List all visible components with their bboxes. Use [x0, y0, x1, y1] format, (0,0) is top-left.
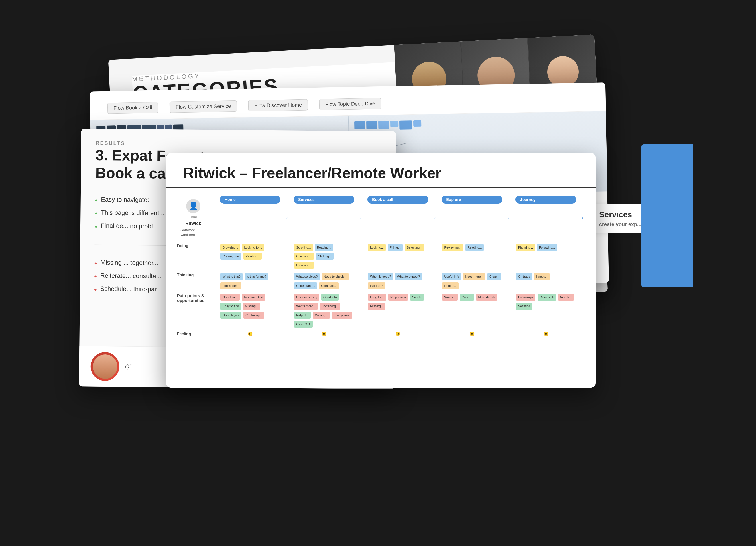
pain-explore: Wants... Good... More details: [439, 291, 505, 330]
journey-title: Ritwick – Freelancer/Remote Worker: [183, 164, 578, 182]
pain-row: Pain points & opportunities Not clear...…: [175, 291, 587, 330]
feeling-a3: [431, 330, 439, 338]
arrow-1: ›: [283, 194, 291, 242]
phase-book: Book a call: [365, 194, 431, 242]
pain-journey-end: Follow-up? Clear path Needs... Satisfied: [513, 291, 578, 330]
arrow-5: ›: [578, 194, 587, 242]
journey-body: 👤 User Ritwick Software Engineer Home ›: [166, 188, 596, 344]
services-label: Services: [599, 210, 641, 219]
scene: METHODOLOGY CATEGORIES Data Collection..…: [63, 30, 693, 517]
bullet-icon: •: [95, 259, 97, 267]
user-avatar: 👤: [186, 199, 200, 213]
doing-services-stickies: Scrolling... Reading... Checking... Clic…: [294, 243, 354, 269]
pain-journey-stickies: Follow-up? Clear path Needs... Satisfied: [515, 293, 576, 310]
pain-spacer: [212, 291, 218, 330]
doing-explore-stickies: Reviewing... Reading...: [442, 243, 502, 251]
arrow-3: ›: [431, 194, 439, 242]
feeling-label: Feeling: [175, 330, 212, 338]
thinking-home: What is this? Is this for me? Looks clea…: [218, 271, 283, 291]
bullet-icon: •: [94, 285, 97, 293]
user-persona: 👤 User Ritwick Software Engineer: [178, 196, 209, 239]
feeling-a4: [505, 330, 513, 338]
thinking-journey-end: On track Happy...: [513, 271, 578, 291]
user-label: User: [189, 215, 197, 219]
doing-a1: [283, 242, 291, 271]
feeling-row: Feeling 🙂 🙂 🙂 🙂 🙂: [175, 330, 587, 338]
phase-home-btn: Home: [220, 196, 280, 204]
doing-end: [578, 242, 587, 271]
results-item-text: This page is different...: [101, 209, 164, 217]
thinking-a4: [505, 271, 513, 291]
create-text: create your exp...: [599, 222, 641, 228]
quote-text: Q"...: [125, 363, 136, 370]
pain-services-stickies: Unclear pricing Good info Wants more... …: [294, 293, 354, 328]
doing-spacer: [212, 242, 218, 271]
phase-book-btn[interactable]: Book a call: [367, 196, 428, 204]
thinking-services: What services? Need to check... Understa…: [291, 271, 357, 291]
pain-home-stickies: Not clear... Too much text Easy to find …: [220, 293, 280, 319]
arrow-4: ›: [505, 194, 513, 242]
bullet-icon: •: [95, 196, 98, 204]
feeling-journey-emoji: 🙂: [513, 330, 578, 338]
pain-book: Long form No preview Simple Missing...: [365, 291, 431, 330]
results-item-text: Easy to navigate:: [101, 196, 149, 203]
blue-sidebar: [641, 144, 693, 287]
doing-a4: [505, 242, 513, 271]
feeling-book-emoji: 🙂: [365, 330, 431, 338]
pain-explore-stickies: Wants... Good... More details: [442, 293, 502, 301]
user-name: Ritwick: [185, 221, 201, 226]
flow-tag-3: Flow Discover Home: [248, 99, 308, 111]
doing-label: Doing: [175, 242, 212, 271]
journey-header: Ritwick – Freelancer/Remote Worker: [166, 153, 596, 188]
flow-tag-1: Flow Book a Call: [107, 102, 158, 114]
thinking-end: [578, 271, 587, 291]
pain-a1: [283, 291, 291, 330]
phase-services-btn[interactable]: Services: [294, 196, 354, 204]
journey-table: 👤 User Ritwick Software Engineer Home ›: [175, 194, 587, 338]
doing-home-stickies: Browsing... Looking for... Clicking nav …: [220, 243, 280, 261]
thinking-a3: [431, 271, 439, 291]
thinking-book: When is good? What to expect? Is it free…: [365, 271, 431, 291]
thinking-label: Thinking: [175, 271, 212, 291]
feeling-services-emoji: 🙂: [291, 330, 357, 338]
user-role: Software Engineer: [180, 228, 206, 236]
feeling-a1: [283, 330, 291, 338]
results-item-text: Schedule... third-par...: [100, 285, 162, 293]
bullet-icon: •: [94, 272, 97, 280]
thinking-a1: [283, 271, 291, 291]
feeling-a2: [357, 330, 365, 338]
card-journey: Ritwick – Freelancer/Remote Worker 👤 Use…: [166, 153, 596, 388]
avatar: [90, 352, 119, 381]
doing-row: Doing Browsing... Looking for... Clickin…: [175, 242, 587, 271]
pain-label: Pain points & opportunities: [175, 291, 212, 330]
phase-journey: Journey: [513, 194, 578, 242]
thinking-journey-stickies: On track Happy...: [515, 273, 576, 281]
pain-services: Unclear pricing Good info Wants more... …: [291, 291, 357, 330]
pain-book-stickies: Long form No preview Simple Missing...: [367, 293, 428, 310]
thinking-spacer: [212, 271, 218, 291]
phase-services: Services: [291, 194, 357, 242]
thinking-explore: Useful info Need more... Clear... Helpfu…: [439, 271, 505, 291]
bullet-icon: •: [95, 209, 97, 217]
pain-end: [578, 291, 587, 330]
persona-cell: 👤 User Ritwick Software Engineer: [175, 194, 212, 242]
doing-journey-stickies: Planning... Following...: [515, 243, 576, 251]
results-item-text: Final de... no probl...: [101, 222, 158, 230]
flow-tag-2: Flow Customize Service: [170, 100, 237, 113]
results-item-text: Missing ... together...: [100, 259, 158, 267]
pain-a4: [505, 291, 513, 330]
phase-explore: Explore: [439, 194, 505, 242]
doing-services: Scrolling... Reading... Checking... Clic…: [291, 242, 357, 271]
doing-book-stickies: Looking... Filling... Selecting...: [367, 243, 428, 251]
doing-explore: Reviewing... Reading...: [439, 242, 505, 271]
phase-journey-btn: Journey: [515, 196, 576, 204]
pain-home: Not clear... Too much text Easy to find …: [218, 291, 283, 330]
bullet-icon: •: [95, 222, 97, 230]
feeling-explore-emoji: 🙂: [439, 330, 505, 338]
doing-home: Browsing... Looking for... Clicking nav …: [218, 242, 283, 271]
pain-a2: [357, 291, 365, 330]
services-strip: Services create your exp...: [590, 204, 650, 233]
thinking-book-stickies: When is good? What to expect? Is it free…: [367, 273, 428, 290]
feeling-home-emoji: 🙂: [218, 330, 283, 338]
doing-a2: [357, 242, 365, 271]
